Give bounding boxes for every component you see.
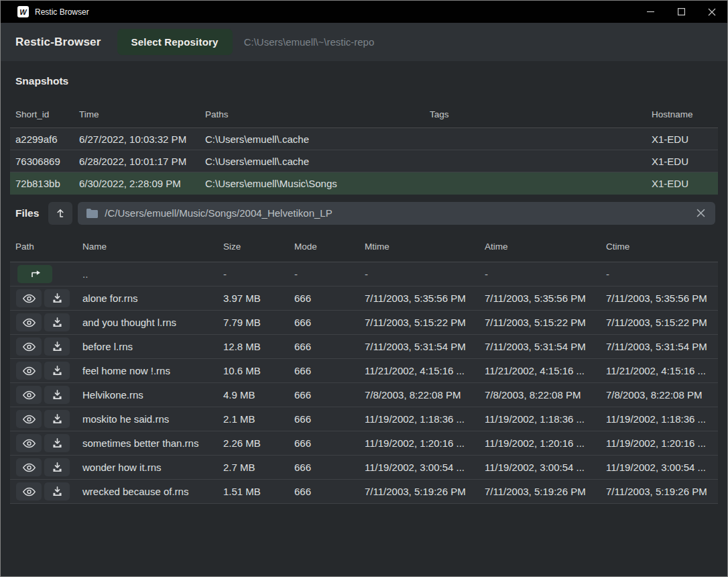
eye-icon [23,318,36,327]
download-icon [52,293,62,303]
snapshot-time: 6/27/2022, 10:03:32 PM [74,134,200,145]
file-ctime: 11/21/2002, 4:15:16 ... [601,365,718,376]
file-mode: 666 [289,486,359,497]
files-table: Path Name Size Mode Mtime Atime Ctime ..… [10,231,718,504]
file-row[interactable]: Helvikone.rns 4.9 MB 666 7/8/2003, 8:22:… [10,383,718,407]
close-icon [708,8,716,16]
file-row[interactable]: feel home now !.rns 10.6 MB 666 11/21/20… [10,359,718,383]
file-mtime: 7/11/2003, 5:35:56 PM [359,293,479,304]
download-icon [52,438,62,448]
file-name: sometimes better than.rns [77,437,218,449]
parent-row-mtime: - [359,268,479,280]
maximize-icon [678,8,685,15]
col-path: Path [10,242,77,252]
files-bar: Files /C/Users/emuell/Music/Songs/2004_H… [1,195,727,231]
file-row[interactable]: wonder how it.rns 2.7 MB 666 11/19/2002,… [10,456,718,480]
eye-icon [23,342,36,352]
preview-file-button[interactable] [16,386,42,404]
file-size: 7.79 MB [218,317,289,328]
file-row-actions [10,386,77,404]
snapshot-row[interactable]: 72b813bb 6/30/2022, 2:28:09 PM C:\Users\… [10,172,718,195]
file-ctime: 7/11/2003, 5:35:56 PM [601,293,718,304]
download-file-button[interactable] [44,434,70,452]
snapshot-short-id: 72b813bb [10,178,74,189]
file-name: wrecked because of.rns [77,486,218,497]
eye-icon [23,439,36,448]
parent-row-actions [10,265,77,283]
file-row-actions [10,410,77,428]
titlebar: W Restic Browser [1,1,727,23]
parent-row-mode: - [289,268,359,280]
maximize-button[interactable] [666,1,696,23]
select-repository-button[interactable]: Select Repository [117,29,233,55]
file-atime: 11/19/2002, 1:20:16 ... [479,437,601,449]
file-row[interactable]: sometimes better than.rns 2.26 MB 666 11… [10,431,718,456]
clear-path-button[interactable] [695,207,707,219]
preview-file-button[interactable] [16,482,42,501]
snapshot-hostname: X1-EDU [646,156,718,167]
eye-icon [23,463,36,472]
file-mode: 666 [289,413,359,425]
arrow-up-right-icon [29,270,41,278]
file-mode: 666 [289,341,359,352]
file-mode: 666 [289,462,359,473]
file-row[interactable]: moskito he said.rns 2.1 MB 666 11/19/200… [10,407,718,431]
file-atime: 7/11/2003, 5:31:54 PM [479,341,601,352]
file-size: 2.1 MB [218,413,289,425]
preview-file-button[interactable] [16,362,42,380]
file-size: 2.26 MB [218,437,289,449]
file-row-actions [10,289,77,307]
preview-file-button[interactable] [16,434,42,452]
parent-directory-row[interactable]: .. - - - - - [10,262,718,286]
download-file-button[interactable] [44,362,70,380]
download-file-button[interactable] [44,337,70,356]
app-logo-icon: W [17,6,29,17]
snapshots-heading: Snapshots [1,61,727,101]
preview-file-button[interactable] [16,410,42,428]
file-size: 3.97 MB [218,293,289,304]
download-file-button[interactable] [44,313,70,331]
download-file-button[interactable] [44,289,70,307]
file-row[interactable]: alone for.rns 3.97 MB 666 7/11/2003, 5:3… [10,286,718,311]
current-path-input[interactable]: /C/Users/emuell/Music/Songs/2004_Helveti… [78,202,715,225]
col-paths: Paths [200,109,424,119]
arrow-up-icon [56,208,65,218]
download-icon [52,317,62,327]
col-mode: Mode [289,242,359,252]
snapshot-row[interactable]: a2299af6 6/27/2022, 10:03:32 PM C:\Users… [10,128,718,150]
col-size: Size [218,242,289,252]
col-name: Name [77,242,218,252]
eye-icon [23,366,36,376]
file-atime: 7/11/2003, 5:19:26 PM [479,486,601,497]
window-controls [635,1,727,23]
download-icon [52,486,62,496]
file-mtime: 7/11/2003, 5:19:26 PM [359,486,479,497]
preview-file-button[interactable] [16,458,42,476]
file-row[interactable]: before l.rns 12.8 MB 666 7/11/2003, 5:31… [10,335,718,359]
file-atime: 11/21/2002, 4:15:16 ... [479,365,601,376]
file-size: 2.7 MB [218,462,289,473]
download-file-button[interactable] [44,482,70,501]
eye-icon [23,294,36,303]
download-file-button[interactable] [44,458,70,476]
preview-file-button[interactable] [16,289,42,307]
col-tags: Tags [424,109,646,119]
go-up-button[interactable] [17,265,52,283]
download-file-button[interactable] [44,386,70,404]
snapshot-row[interactable]: 76306869 6/28/2022, 10:01:17 PM C:\Users… [10,150,718,172]
download-icon [52,390,62,400]
file-row[interactable]: wrecked because of.rns 1.51 MB 666 7/11/… [10,480,718,504]
preview-file-button[interactable] [16,313,42,331]
go-to-root-button[interactable] [48,202,72,225]
snapshot-paths: C:\Users\emuell\.cache [200,134,424,145]
col-mtime: Mtime [359,242,479,252]
minimize-button[interactable] [635,1,666,23]
parent-row-name: .. [77,268,218,280]
file-row-actions [10,337,77,356]
download-icon [52,414,62,424]
parent-row-atime: - [479,268,601,280]
file-row[interactable]: and you thought l.rns 7.79 MB 666 7/11/2… [10,311,718,335]
close-button[interactable] [696,1,727,23]
preview-file-button[interactable] [16,337,42,356]
download-file-button[interactable] [44,410,70,428]
